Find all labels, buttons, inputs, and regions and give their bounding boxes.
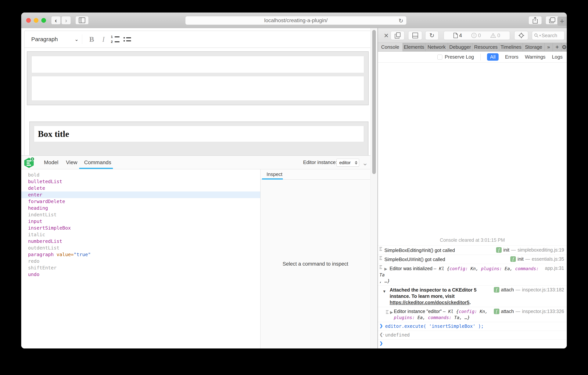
share-button[interactable] [528, 16, 542, 24]
source-link[interactable]: app.js:31 [545, 265, 564, 271]
function-badge-icon: f [494, 309, 499, 314]
warning-count-indicator: 0 [490, 33, 500, 38]
active-tab-underline [79, 168, 113, 169]
filter-errors[interactable]: Errors [505, 54, 518, 60]
editor-editable-area[interactable]: This is a simple box: Box title [24, 48, 370, 155]
filter-warnings[interactable]: Warnings [525, 54, 546, 60]
command-item-italic[interactable]: italic [21, 231, 260, 238]
tab-resources[interactable]: Resources [473, 43, 499, 51]
tab-storage[interactable]: Storage [523, 43, 545, 51]
command-item-bold[interactable]: bold [21, 172, 260, 178]
error-count-indicator: 0 [472, 33, 481, 38]
back-icon: ‹ [55, 17, 57, 23]
select-arrows-icon [355, 161, 357, 165]
command-item-shiftEnter[interactable]: shiftEnter [21, 265, 260, 271]
simple-box-description-field[interactable] [32, 76, 364, 101]
italic-button[interactable]: I [98, 35, 109, 44]
ckeditor-docs-link[interactable]: https://ckeditor.com/docs/ckeditor5 [390, 300, 469, 305]
page-scrollbar-thumb[interactable] [372, 30, 376, 174]
filter-all[interactable]: All [487, 53, 499, 61]
tab-network[interactable]: Network [425, 43, 448, 51]
command-item-enter[interactable]: enter [21, 191, 260, 198]
command-item-redo[interactable]: redo [21, 258, 260, 265]
disclosure-triangle-icon[interactable]: ▶ [384, 267, 387, 271]
inspector-search-field[interactable]: ▾ Search [532, 31, 565, 40]
console-nested-object-row: ▶ Editor instance "editor" – Kl {config:… [378, 307, 567, 322]
source-link[interactable]: essentials.js:35 [532, 256, 564, 262]
editor-instance-select[interactable]: editor [336, 159, 359, 167]
tab-inspect[interactable]: Inspect [264, 169, 285, 179]
sidebar-button[interactable] [75, 16, 89, 24]
console-prompt[interactable]: ❯ [378, 339, 567, 348]
source-link[interactable]: inspector.js:133:182 [522, 287, 564, 293]
commands-list: boldbulletedListdeleteenterforwardDelete… [21, 169, 260, 348]
tab-model[interactable]: Model [44, 156, 58, 169]
disclosure-triangle-icon[interactable]: ▶ [390, 309, 393, 315]
new-tab-button[interactable]: + [557, 17, 567, 26]
disclosure-triangle-open-icon[interactable]: ▼ [382, 288, 386, 295]
page-content: Paragraph ⌄ B I 1 2 [21, 28, 370, 348]
bold-button[interactable]: B [86, 35, 98, 44]
dock-side-button[interactable] [391, 31, 404, 40]
simple-box-title-field-2[interactable]: Box title [34, 126, 364, 142]
resource-status-group[interactable]: 4 0 [444, 31, 510, 40]
add-inspector-tab-button[interactable]: + [553, 43, 562, 51]
tab-debugger[interactable]: Debugger [448, 43, 473, 51]
source-link[interactable]: simpleboxediting.js:19 [517, 247, 564, 253]
tab-console[interactable]: Console [378, 43, 403, 51]
bulleted-list-button[interactable] [121, 37, 133, 42]
preserve-log-label: Preserve Log [445, 54, 474, 60]
simple-box-widget-2[interactable]: Box title [29, 121, 368, 159]
minimize-button[interactable] [34, 18, 38, 23]
console-result-arrow-icon: ❮· [379, 332, 385, 337]
heading-dropdown[interactable]: Paragraph ⌄ [31, 36, 79, 43]
command-item-bulletedList[interactable]: bulletedList [21, 178, 260, 185]
function-badge-icon: f [510, 256, 516, 262]
tab-view[interactable]: View [66, 156, 77, 169]
command-item-numberedList[interactable]: numberedList [21, 238, 260, 244]
command-item-paragraph[interactable]: paragraph value="true" [21, 251, 260, 258]
command-item-delete[interactable]: delete [21, 185, 260, 191]
back-button[interactable]: ‹ [51, 16, 61, 24]
command-item-undo[interactable]: undo [21, 271, 260, 278]
ckeditor-inspector-panel: 5 Model View Commands Editor instance: e… [21, 155, 370, 348]
command-item-heading[interactable]: heading [21, 205, 260, 211]
filter-logs[interactable]: Logs [552, 54, 563, 60]
zoom-button[interactable] [41, 18, 46, 23]
sidebar-icon [79, 17, 85, 23]
titlebar: ‹ › localhost/creating-a-plugin/ ↻ [21, 12, 567, 28]
command-item-indentList[interactable]: indentList [21, 211, 260, 218]
command-item-outdentList[interactable]: outdentList [21, 244, 260, 251]
tab-overview-button[interactable] [546, 16, 559, 24]
dock-bottom-button[interactable] [408, 31, 422, 40]
page-scrollbar [370, 28, 378, 348]
collapse-inspector-icon[interactable]: ⌄ [362, 159, 368, 167]
tab-commands[interactable]: Commands [84, 156, 111, 169]
reload-page-button[interactable]: ↻ [425, 31, 439, 40]
source-link[interactable]: inspector.js:133:326 [522, 309, 564, 314]
inspector-settings-button[interactable]: ⚙ [562, 43, 567, 51]
console-input-row: ❯ editor.execute( 'insertSimpleBox' ); [378, 322, 567, 331]
command-item-insertSimpleBox[interactable]: insertSimpleBox [21, 225, 260, 231]
simple-box-widget[interactable] [27, 51, 369, 105]
gear-icon: ⚙ [562, 44, 567, 50]
console-filter-bar: Preserve Log All Errors Warnings Logs [378, 52, 567, 63]
tab-timelines[interactable]: Timelines [499, 43, 523, 51]
tab-overflow-button[interactable]: » [545, 43, 553, 51]
tab-elements[interactable]: Elements [403, 43, 426, 51]
close-button[interactable] [26, 18, 31, 23]
box-title-text: Box title [38, 129, 69, 139]
preserve-log-checkbox[interactable] [437, 55, 442, 60]
simple-box-title-field[interactable] [32, 56, 364, 73]
share-icon [533, 17, 538, 23]
command-item-forwardDelete[interactable]: forwardDelete [21, 198, 260, 205]
element-picker-button[interactable] [514, 31, 528, 40]
address-bar[interactable]: localhost/creating-a-plugin/ ↻ [185, 16, 407, 25]
reload-icon[interactable]: ↻ [399, 17, 403, 24]
console-cleared-message: Console cleared at 3:01:15 PM [378, 235, 567, 245]
command-item-input[interactable]: input [21, 218, 260, 225]
forward-button[interactable]: › [61, 16, 71, 24]
close-inspector-button[interactable]: ✕ [382, 32, 390, 39]
numbered-list-button[interactable]: 1 2 [109, 35, 121, 44]
inspector-tabbar: Console Elements Network Debugger Resour… [378, 43, 567, 52]
